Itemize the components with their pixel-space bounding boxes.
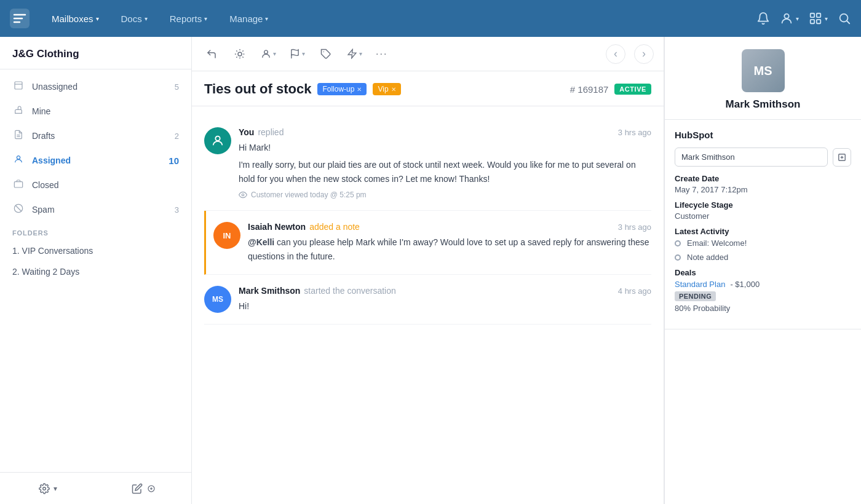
closed-label: Closed	[32, 180, 172, 190]
avatar: MS	[204, 286, 231, 313]
nav-manage[interactable]: Manage ▾	[224, 11, 273, 26]
sidebar-footer: ▾	[0, 472, 191, 504]
message-action: replied	[258, 127, 284, 137]
mine-icon	[12, 105, 25, 117]
next-conversation-button[interactable]: ›	[634, 44, 654, 64]
activity-label: Note added	[687, 253, 728, 262]
search-icon[interactable]	[838, 12, 851, 25]
notifications-icon[interactable]	[756, 12, 770, 25]
vip-close-icon[interactable]: ✕	[391, 86, 396, 93]
lifecycle-stage-label: Lifecycle Stage	[675, 200, 851, 210]
more-button[interactable]: ···	[373, 44, 390, 64]
svg-point-23	[264, 50, 268, 54]
nav-reports[interactable]: Reports ▾	[165, 11, 213, 26]
svg-rect-5	[811, 14, 814, 17]
assigned-icon	[12, 154, 25, 167]
svg-point-27	[215, 136, 220, 141]
deal-status-badge: PENDING	[675, 291, 716, 301]
app-logo	[10, 9, 30, 28]
tag-button[interactable]	[316, 44, 336, 64]
activity-item: Note added	[675, 253, 851, 262]
sidebar-item-spam[interactable]: Spam 3	[0, 197, 191, 222]
deal-status-row: PENDING	[675, 291, 851, 301]
nav-mailboxes[interactable]: Mailboxes ▾	[47, 11, 104, 26]
back-button[interactable]	[202, 44, 221, 64]
message-content: Mark Smithson started the conversation 4…	[239, 286, 651, 313]
message-content: Isaiah Newton added a note 3 hrs ago @Ke…	[248, 222, 651, 263]
message-viewed-status: Customer viewed today @ 5:25 pm	[239, 191, 651, 199]
hubspot-contact-select[interactable]: Mark Smithson	[675, 148, 828, 167]
assigned-count: 10	[169, 156, 179, 166]
drafts-label: Drafts	[32, 131, 167, 141]
avatar: IN	[213, 222, 240, 249]
compose-button[interactable]	[96, 473, 192, 504]
vip-tag[interactable]: Vip ✕	[373, 83, 400, 95]
vip-folder-label: 1. VIP Conversations	[12, 246, 93, 256]
deals-label: Deals	[675, 268, 851, 277]
message-action: started the conversation	[304, 286, 395, 296]
action-chevron-icon: ▾	[359, 50, 362, 57]
svg-point-9	[840, 14, 848, 22]
latest-activity-label: Latest Activity	[675, 227, 851, 236]
unassigned-label: Unassigned	[32, 82, 167, 92]
action-button[interactable]: ▾	[344, 44, 365, 64]
message-header: Isaiah Newton added a note 3 hrs ago	[248, 222, 651, 232]
spam-label: Spam	[32, 205, 167, 215]
flag-button[interactable]: ▾	[287, 44, 308, 64]
create-date-field: Create Date May 7, 2017 7:12pm	[675, 174, 851, 194]
activity-label: Email: Welcome!	[687, 238, 747, 248]
sidebar-folder-waiting[interactable]: 2. Waiting 2 Days	[0, 261, 191, 282]
sidebar-item-drafts[interactable]: Drafts 2	[0, 124, 191, 148]
assigned-label: Assigned	[32, 156, 161, 165]
settings-chevron: ▾	[54, 484, 57, 493]
edit-button[interactable]	[230, 44, 250, 64]
contact-profile: MS Mark Smithson	[665, 37, 861, 120]
follow-up-tag[interactable]: Follow-up ✕	[317, 83, 367, 95]
svg-rect-8	[817, 20, 820, 23]
svg-rect-6	[817, 14, 820, 17]
deals-section: Standard Plan - $1,000 PENDING 80% Proba…	[675, 280, 851, 313]
settings-button[interactable]: ▾	[0, 473, 96, 504]
message-author: Isaiah Newton	[248, 222, 306, 232]
settings-menu-icon[interactable]: ▾	[809, 12, 828, 25]
prev-conversation-button[interactable]: ‹	[606, 44, 625, 64]
flag-chevron-icon: ▾	[302, 50, 305, 57]
sidebar-item-closed[interactable]: Closed	[0, 173, 191, 197]
svg-rect-7	[811, 20, 814, 23]
conversation-title: Ties out of stock	[204, 81, 311, 97]
nav-docs[interactable]: Docs ▾	[116, 11, 153, 26]
message-item: MS Mark Smithson started the conversatio…	[204, 275, 651, 325]
sidebar-item-assigned[interactable]: Assigned 10	[0, 148, 191, 173]
svg-rect-11	[15, 82, 22, 89]
right-panel: MS Mark Smithson HubSpot Mark Smithson C…	[664, 37, 861, 504]
main-layout: J&G Clothing Unassigned 5 Mine	[0, 37, 861, 504]
hubspot-add-button[interactable]	[833, 148, 851, 167]
lifecycle-stage-value: Customer	[675, 211, 851, 221]
conversation-header: Ties out of stock Follow-up ✕ Vip ✕ # 16…	[192, 71, 664, 106]
lifecycle-stage-field: Lifecycle Stage Customer	[675, 200, 851, 221]
follow-up-close-icon[interactable]: ✕	[357, 86, 362, 93]
conversation-toolbar: ▾ ▾ ▾ ··· ‹ ›	[192, 37, 664, 71]
message-time: 4 hrs ago	[618, 286, 651, 296]
drafts-count: 2	[175, 132, 179, 141]
latest-activity-field: Latest Activity Email: Welcome! Note add…	[675, 227, 851, 262]
assign-button[interactable]: ▾	[258, 44, 279, 64]
closed-icon	[12, 179, 25, 191]
sidebar-item-mine[interactable]: Mine	[0, 99, 191, 124]
sidebar-item-unassigned[interactable]: Unassigned 5	[0, 74, 191, 99]
hubspot-title: HubSpot	[675, 130, 851, 140]
manage-chevron-icon: ▾	[265, 15, 268, 22]
user-menu-icon[interactable]: ▾	[780, 12, 799, 25]
message-action: added a note	[309, 222, 360, 232]
deal-name[interactable]: Standard Plan	[675, 280, 725, 289]
docs-chevron-icon: ▾	[145, 15, 148, 22]
svg-line-10	[847, 21, 849, 23]
deal-row: Standard Plan - $1,000	[675, 280, 851, 289]
mine-label: Mine	[32, 106, 172, 116]
sidebar-folder-vip[interactable]: 1. VIP Conversations	[0, 240, 191, 261]
workspace-title: J&G Clothing	[0, 37, 191, 69]
message-item: You replied 3 hrs ago Hi Mark! I'm reall…	[204, 116, 651, 211]
conversation-area: ▾ ▾ ▾ ··· ‹ › Ties out of stock F	[192, 37, 664, 504]
message-author: Mark Smithson	[239, 286, 300, 296]
unassigned-icon	[12, 81, 25, 93]
